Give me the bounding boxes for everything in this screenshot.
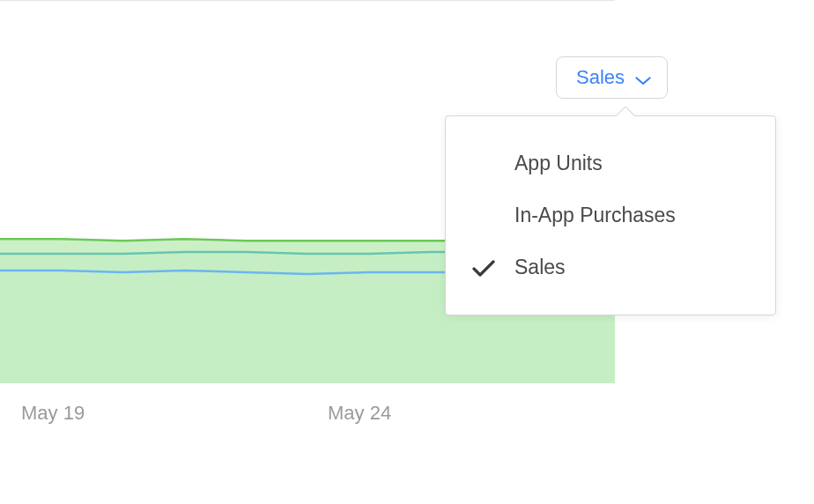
chart-gridline [0, 0, 615, 1]
checkmark-icon [472, 259, 495, 277]
x-tick-label: May 24 [328, 402, 391, 425]
chevron-down-icon [635, 73, 651, 82]
metric-dropdown-panel: App Units In-App Purchases Sales [445, 115, 776, 315]
dropdown-option-label: In-App Purchases [514, 204, 676, 226]
metric-dropdown-trigger[interactable]: Sales [556, 56, 668, 99]
dropdown-option-sales[interactable]: Sales [446, 241, 775, 293]
x-axis: May 19 May 24 [0, 402, 615, 428]
x-tick-label: May 19 [21, 402, 85, 425]
dropdown-option-label: Sales [514, 256, 566, 278]
dropdown-option-in-app-purchases[interactable]: In-App Purchases [446, 189, 775, 241]
dropdown-option-app-units[interactable]: App Units [446, 137, 775, 189]
dropdown-caret-icon [615, 107, 634, 116]
metric-dropdown-selected: Sales [576, 66, 625, 89]
dropdown-option-label: App Units [514, 152, 603, 174]
